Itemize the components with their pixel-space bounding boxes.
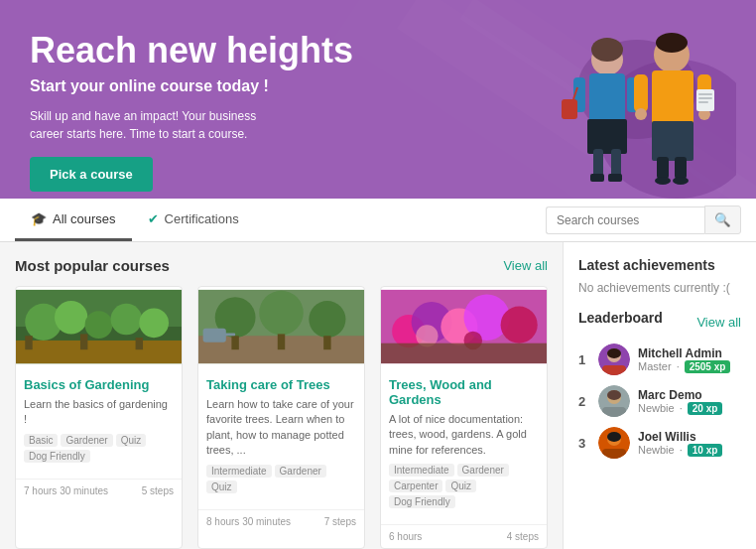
xp-badge-2: 20 xp (688, 402, 723, 415)
no-achievements-text: No achievements currently :( (578, 281, 741, 295)
leaderboard-title: Leaderboard (578, 310, 663, 326)
dot-3: · (680, 444, 683, 456)
sidebar: Latest achievements No achievements curr… (563, 242, 756, 549)
all-courses-label: All courses (53, 211, 116, 226)
svg-rect-73 (602, 449, 626, 459)
svg-point-47 (259, 291, 304, 336)
course-duration-3: 6 hours (389, 531, 422, 542)
dot-1: · (677, 360, 680, 372)
main-container: Most popular courses View all (0, 242, 756, 549)
course-title-2[interactable]: Taking care of Trees (206, 377, 356, 392)
leaderboard-view-all[interactable]: View all (696, 315, 741, 330)
tag-intermediate-3: Intermediate (389, 464, 454, 477)
svg-point-37 (85, 311, 113, 339)
tag-quiz-2: Quiz (206, 480, 237, 493)
svg-point-74 (607, 432, 621, 442)
xp-badge-1: 2505 xp (685, 360, 731, 373)
graduation-icon: 🎓 (31, 211, 47, 226)
svg-rect-20 (652, 121, 693, 161)
svg-point-48 (309, 301, 345, 338)
svg-rect-43 (136, 338, 143, 349)
leaderboard-level-1: Master (638, 360, 672, 372)
tag-carpenter-3: Carpenter (389, 480, 442, 492)
leaderboard-item-1: 1 Mitchell Admin Master · 2505 xp (578, 343, 741, 375)
course-duration-2: 8 hours 30 minutes (206, 516, 291, 527)
leaderboard-info-1: Mitchell Admin Master · 2505 xp (638, 346, 741, 373)
svg-point-59 (501, 307, 538, 343)
svg-point-23 (655, 177, 671, 185)
leaderboard-name-1: Mitchell Admin (638, 346, 741, 360)
svg-rect-41 (25, 336, 32, 349)
svg-point-27 (635, 108, 647, 120)
dot-2: · (680, 402, 683, 414)
svg-point-18 (656, 33, 688, 53)
course-duration-1: 7 hours 30 minutes (24, 485, 108, 496)
svg-rect-29 (696, 89, 714, 111)
course-steps-1: 5 steps (142, 485, 174, 496)
achievements-title: Latest achievements (578, 257, 741, 273)
main-content: Most popular courses View all (0, 242, 563, 549)
popular-view-all[interactable]: View all (503, 258, 548, 273)
course-steps-3: 4 steps (507, 531, 539, 542)
svg-rect-42 (80, 334, 87, 349)
course-img-trees (198, 287, 364, 366)
course-body-1: Basics of Gardening Learn the basics of … (16, 369, 182, 479)
leaderboard-level-2: Newbie (638, 402, 675, 414)
hero-description: Skill up and have an impact! Your busine… (30, 107, 268, 143)
course-card-1[interactable]: Basics of Gardening Learn the basics of … (15, 286, 183, 549)
avatar-1 (598, 343, 630, 375)
svg-rect-11 (590, 174, 604, 182)
avatar-img-3 (598, 427, 630, 459)
svg-rect-31 (698, 97, 712, 99)
svg-rect-8 (587, 119, 627, 154)
course-img-gardening (16, 287, 182, 366)
tag-quiz: Quiz (116, 434, 147, 447)
course-tags-1: Basic Gardener Quiz Dog Friendly (24, 434, 174, 463)
leaderboard-meta-3: Newbie · 10 xp (638, 444, 741, 457)
svg-rect-52 (203, 329, 226, 343)
leaderboard-item-2: 2 Marc Demo Newbie · 20 xp (578, 385, 741, 417)
course-card-3[interactable]: Trees, Wood and Gardens A lot of nice do… (380, 286, 548, 549)
course-body-2: Taking care of Trees Learn how to take c… (198, 369, 364, 509)
leaderboard-info-3: Joel Willis Newbie · 10 xp (638, 430, 741, 457)
course-img-wood (381, 287, 547, 366)
course-desc-2: Learn how to take care of your favorite … (206, 397, 356, 459)
tab-certifications[interactable]: ✔ Certifications (132, 200, 255, 241)
rank-2: 2 (578, 394, 590, 409)
avatar-3 (598, 427, 630, 459)
tag-dog-friendly: Dog Friendly (24, 450, 90, 463)
tag-intermediate: Intermediate (206, 465, 272, 478)
course-title-1[interactable]: Basics of Gardening (24, 377, 174, 392)
svg-rect-32 (698, 101, 708, 103)
tag-basic: Basic (24, 434, 58, 447)
pick-course-button[interactable]: Pick a course (30, 157, 153, 192)
search-button[interactable]: 🔍 (704, 206, 741, 234)
leaderboard-meta-1: Master · 2505 xp (638, 360, 741, 373)
course-desc-1: Learn the basics of gardening ! (24, 397, 174, 428)
svg-rect-21 (657, 157, 669, 179)
svg-rect-7 (589, 73, 625, 123)
xp-badge-3: 10 xp (688, 444, 723, 457)
svg-point-39 (139, 308, 169, 338)
tag-gardener-2: Gardener (275, 465, 326, 478)
course-tags-2: Intermediate Gardener Quiz (206, 465, 356, 493)
certifications-label: Certifications (165, 211, 239, 226)
svg-rect-49 (231, 336, 238, 349)
svg-rect-53 (224, 333, 235, 336)
course-body-3: Trees, Wood and Gardens A lot of nice do… (381, 369, 547, 524)
svg-point-66 (607, 348, 621, 358)
tag-dog-friendly-3: Dog Friendly (389, 495, 455, 508)
svg-rect-19 (652, 70, 693, 125)
search-input[interactable] (546, 206, 704, 234)
rank-1: 1 (578, 352, 590, 367)
course-desc-3: A lot of nice documentation: trees, wood… (389, 412, 539, 458)
popular-section-header: Most popular courses View all (15, 257, 548, 274)
course-card-2[interactable]: Taking care of Trees Learn how to take c… (197, 286, 365, 549)
courses-grid: Basics of Gardening Learn the basics of … (15, 286, 548, 549)
leaderboard-item-3: 3 Joel Willis Newbie · 10 xp (578, 427, 741, 459)
tab-all-courses[interactable]: 🎓 All courses (15, 200, 132, 241)
svg-point-24 (673, 177, 689, 185)
course-title-3[interactable]: Trees, Wood and Gardens (389, 377, 539, 407)
svg-point-38 (111, 304, 143, 336)
leaderboard-name-3: Joel Willis (638, 430, 741, 444)
